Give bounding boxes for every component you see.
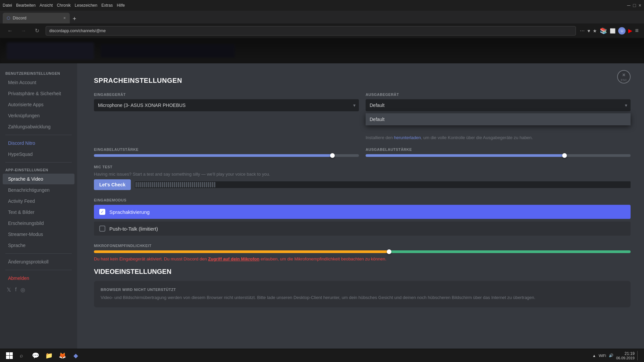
sidebar-item-text-bilder[interactable]: Text & Bilder bbox=[3, 207, 74, 218]
instagram-icon[interactable]: ◎ bbox=[20, 287, 25, 293]
eingabegerat-select[interactable]: Microphone (3- ASUS XONAR PHOEBUS bbox=[94, 99, 359, 111]
menu-hilfe[interactable]: Hilfe bbox=[117, 3, 125, 8]
taskbar-clock[interactable]: 21:19 06.09.2019 bbox=[616, 351, 635, 360]
reload-button[interactable]: ↻ bbox=[32, 26, 42, 36]
lets-check-button[interactable]: Let's Check bbox=[94, 179, 131, 190]
sidebar-divider-2 bbox=[5, 162, 72, 163]
meter-bar-9 bbox=[152, 182, 153, 187]
tray-wifi-icon[interactable]: WiFi bbox=[599, 354, 606, 358]
start-button[interactable] bbox=[3, 350, 16, 361]
window-close[interactable]: × bbox=[639, 3, 641, 8]
empfindlichkeit-track[interactable] bbox=[94, 250, 631, 253]
meter-bar-39 bbox=[212, 182, 213, 187]
meter-bar-3 bbox=[140, 182, 141, 187]
meter-bar-22 bbox=[178, 182, 179, 187]
app-container: BENUTZEREINSTELLUNGEN Mein Account Priva… bbox=[0, 63, 644, 362]
meter-bar-30 bbox=[194, 182, 195, 187]
menu-datei[interactable]: Datei bbox=[3, 3, 12, 8]
meter-bar-26 bbox=[186, 182, 187, 187]
taskbar-tray: ▲ WiFi 🔊 21:19 06.09.2019 bbox=[592, 351, 641, 360]
taskbar-app-firefox[interactable]: 🦊 bbox=[56, 350, 68, 361]
facebook-icon[interactable]: f bbox=[15, 287, 16, 293]
sidebar-item-mein-account[interactable]: Mein Account bbox=[3, 77, 74, 88]
ausgabegerat-dropdown[interactable]: Default bbox=[366, 113, 631, 125]
tray-icon-1[interactable]: ▲ bbox=[592, 354, 596, 358]
meter-bar-23 bbox=[180, 182, 181, 187]
ausgabelautstarke-fill bbox=[366, 154, 565, 157]
sidebar-item-activity-feed[interactable]: Activity Feed bbox=[3, 196, 74, 206]
sidebar-item-discord-nitro[interactable]: Discord Nitro bbox=[3, 138, 74, 148]
sidebar-item-benachrichtigungen[interactable]: Benachrichtigungen bbox=[3, 185, 74, 195]
search-button[interactable]: ⌕ bbox=[16, 350, 27, 361]
meter-bar-5 bbox=[144, 182, 145, 187]
voice-checkbox: ✓ bbox=[99, 209, 105, 215]
sidebar-item-abmelden[interactable]: Abmelden bbox=[3, 273, 74, 284]
sidebar-item-hypesquad[interactable]: HypeSquad bbox=[3, 149, 74, 160]
ausgabelautstarke-track[interactable] bbox=[366, 154, 631, 157]
meter-bar-20 bbox=[174, 182, 175, 187]
new-tab-button[interactable]: + bbox=[70, 14, 79, 23]
bookmark-icon[interactable]: ★ bbox=[593, 28, 597, 34]
meter-bar-21 bbox=[176, 182, 177, 187]
mode-voice-activation[interactable]: ✓ Sprachaktivierung bbox=[94, 205, 631, 219]
tray-volume-icon[interactable]: 🔊 bbox=[609, 353, 613, 358]
mikrofon-link[interactable]: Zugriff auf dein Mikrofon bbox=[208, 256, 259, 261]
tab-close-button[interactable]: × bbox=[63, 16, 66, 20]
synced-tabs-icon[interactable]: ⬜ bbox=[610, 28, 615, 34]
pocket-icon[interactable]: ♥ bbox=[587, 28, 590, 34]
ausgabegerat-select[interactable]: Default bbox=[366, 99, 631, 111]
sidebar-item-verknupfungen[interactable]: Verknüpfungen bbox=[3, 110, 74, 121]
eingabelautstarke-track[interactable] bbox=[94, 154, 359, 157]
menu-lesezeichen[interactable]: Lesezeichen bbox=[75, 3, 97, 8]
meter-bar-25 bbox=[184, 182, 185, 187]
dropdown-item-default[interactable]: Default bbox=[366, 113, 631, 125]
meter-bar-4 bbox=[142, 182, 143, 187]
taskbar-app-file-explorer[interactable]: 📁 bbox=[43, 350, 55, 361]
menu-extras[interactable]: Extras bbox=[101, 3, 113, 8]
sidebar-item-sprache[interactable]: Sprache bbox=[3, 240, 74, 251]
taskbar-app-cortana[interactable]: 💬 bbox=[30, 350, 42, 361]
youtube-icon[interactable]: ▶ bbox=[628, 27, 632, 34]
ausgabelautstarke-col: AUSGABELAUTSTÄRKE bbox=[366, 147, 631, 157]
address-bar-input[interactable] bbox=[46, 26, 576, 36]
sidebar-item-privatsphare[interactable]: Privatsphäre & Sicherheit bbox=[3, 88, 74, 99]
user-avatar[interactable]: U bbox=[618, 27, 626, 35]
mode-push-to-talk[interactable]: Push-to-Talk (limitiert) bbox=[94, 222, 631, 236]
empfindlichkeit-thumb[interactable] bbox=[387, 249, 391, 254]
meter-bar-7 bbox=[148, 182, 149, 187]
library-icon[interactable]: 📚 bbox=[600, 27, 607, 35]
twitter-icon[interactable]: 𝕏 bbox=[7, 287, 11, 293]
menu-bearbeiten[interactable]: Bearbeiten bbox=[16, 3, 36, 8]
eingabelautstarke-thumb[interactable] bbox=[330, 153, 335, 158]
show-desktop-button[interactable] bbox=[637, 351, 639, 360]
sidebar-item-sprache-video[interactable]: Sprache & Video bbox=[3, 174, 74, 184]
sidebar-item-zahlungsabwicklung[interactable]: Zahlungsabwicklung bbox=[3, 121, 74, 132]
clock-date: 06.09.2019 bbox=[616, 356, 635, 360]
browser-title-bar: Datei Bearbeiten Ansicht Chronik Lesezei… bbox=[0, 0, 644, 11]
back-button[interactable]: ← bbox=[5, 26, 15, 36]
meter-bar-29 bbox=[192, 182, 193, 187]
eingabelautstarke-fill bbox=[94, 154, 332, 157]
window-minimize[interactable]: ─ bbox=[627, 3, 630, 8]
browser-tab-discord[interactable]: ⬡ Discord × bbox=[3, 13, 70, 23]
browser-menu[interactable]: Datei Bearbeiten Ansicht Chronik Lesezei… bbox=[3, 3, 125, 8]
sidebar-item-streamer-modus[interactable]: Streamer-Modus bbox=[3, 229, 74, 240]
more-options-icon[interactable]: ⋯ bbox=[580, 28, 585, 34]
meter-bar-28 bbox=[190, 182, 191, 187]
menu-chronik[interactable]: Chronik bbox=[57, 3, 70, 8]
sidebar-item-erscheinungsbild[interactable]: Erscheinungsbild bbox=[3, 218, 74, 229]
meter-bar-2 bbox=[138, 182, 139, 187]
menu-ansicht[interactable]: Ansicht bbox=[40, 3, 53, 8]
mic-meter bbox=[135, 181, 631, 188]
forward-button[interactable]: → bbox=[19, 26, 28, 36]
menu-button[interactable]: ≡ bbox=[635, 27, 639, 34]
esc-button[interactable]: × ESC bbox=[617, 70, 631, 83]
herunterladen-link[interactable]: herunterladen bbox=[394, 135, 421, 140]
unsupported-label: BROWSER WIRD NICHT UNTERSTÜTZT bbox=[101, 288, 624, 292]
empfindlichkeit-label: MIKROFONEMPFINDLICHKEIT bbox=[94, 244, 631, 248]
sidebar-item-autorisierte-apps[interactable]: Autorisierte Apps bbox=[3, 99, 74, 110]
window-maximize[interactable]: □ bbox=[633, 3, 636, 8]
sidebar-item-anderungsprotokoll[interactable]: Änderungsprotokoll bbox=[3, 256, 74, 267]
taskbar-app-discord[interactable]: ◆ bbox=[70, 350, 82, 361]
ausgabelautstarke-thumb[interactable] bbox=[562, 153, 567, 158]
